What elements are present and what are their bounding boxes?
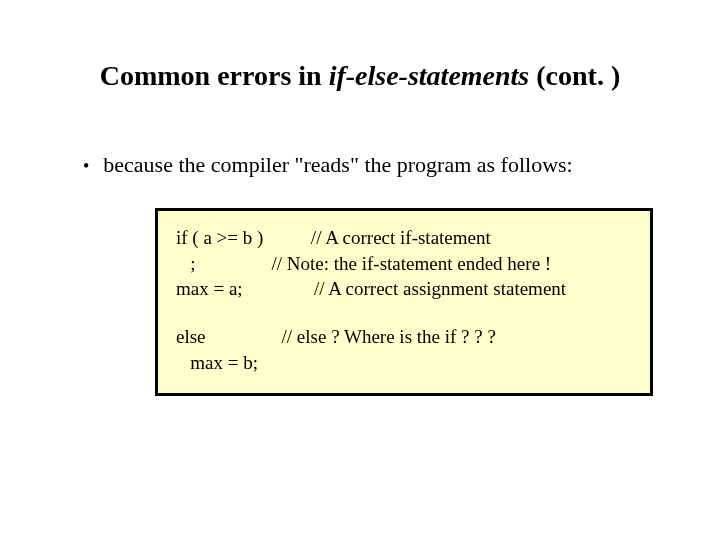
code-line-2: ; // Note: the if-statement ended here ! — [176, 251, 632, 277]
title-post: (cont. ) — [529, 60, 620, 91]
bullet-dot: • — [83, 155, 89, 177]
slide-title: Common errors in if-else-statements (con… — [55, 60, 665, 92]
code-line-5: max = b; — [176, 350, 632, 376]
code-box: if ( a >= b ) // A correct if-statement … — [155, 208, 653, 396]
bullet-row: • because the compiler "reads" the progr… — [55, 152, 665, 178]
code-line-1: if ( a >= b ) // A correct if-statement — [176, 225, 632, 251]
code-line-3: max = a; // A correct assignment stateme… — [176, 276, 632, 302]
bullet-text: because the compiler "reads" the program… — [103, 152, 572, 178]
title-italic: if-else-statements — [329, 60, 530, 91]
title-pre: Common errors in — [100, 60, 329, 91]
code-line-4: else // else ? Where is the if ? ? ? — [176, 324, 632, 350]
